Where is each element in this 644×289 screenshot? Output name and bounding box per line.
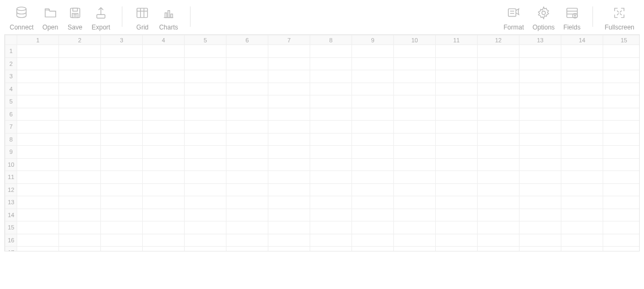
grid-cell[interactable] xyxy=(226,133,268,146)
column-header[interactable]: 1 xyxy=(17,35,59,45)
grid-cell[interactable] xyxy=(185,121,226,134)
grid-cell[interactable] xyxy=(310,121,352,134)
grid-cell[interactable] xyxy=(185,183,226,196)
grid-cell[interactable] xyxy=(519,221,561,234)
row-header[interactable]: 11 xyxy=(5,171,17,184)
grid-cell[interactable] xyxy=(519,209,561,221)
grid-cell[interactable] xyxy=(394,45,436,58)
row-header[interactable]: 6 xyxy=(5,108,17,121)
grid-cell[interactable] xyxy=(603,95,640,108)
grid-cell[interactable] xyxy=(394,234,436,247)
grid-cell[interactable] xyxy=(561,183,603,196)
grid-cell[interactable] xyxy=(436,158,478,171)
grid-cell[interactable] xyxy=(268,95,310,108)
grid-cell[interactable] xyxy=(310,196,352,209)
grid-cell[interactable] xyxy=(352,158,394,171)
grid-cell[interactable] xyxy=(310,247,352,252)
grid-cell[interactable] xyxy=(143,221,185,234)
row-header[interactable]: 2 xyxy=(5,57,17,70)
grid-cell[interactable] xyxy=(143,45,185,58)
grid-cell[interactable] xyxy=(17,171,59,184)
grid-cell[interactable] xyxy=(143,133,185,146)
grid-cell[interactable] xyxy=(226,234,268,247)
grid-cell[interactable] xyxy=(436,146,478,159)
grid-cell[interactable] xyxy=(101,70,143,83)
grid-cell[interactable] xyxy=(185,234,226,247)
grid-cell[interactable] xyxy=(101,121,143,134)
grid-cell[interactable] xyxy=(59,133,101,146)
grid-cell[interactable] xyxy=(603,183,640,196)
column-header[interactable]: 15 xyxy=(603,35,640,45)
grid-cell[interactable] xyxy=(603,121,640,134)
grid-cell[interactable] xyxy=(59,158,101,171)
export-button[interactable]: Export xyxy=(87,5,115,31)
grid-cell[interactable] xyxy=(17,247,59,252)
grid-cell[interactable] xyxy=(394,209,436,221)
column-header[interactable]: 5 xyxy=(185,35,226,45)
grid-cell[interactable] xyxy=(519,57,561,70)
grid-cell[interactable] xyxy=(101,57,143,70)
grid-cell[interactable] xyxy=(310,221,352,234)
grid-cell[interactable] xyxy=(185,146,226,159)
grid-cell[interactable] xyxy=(59,183,101,196)
grid-cell[interactable] xyxy=(268,183,310,196)
grid-cell[interactable] xyxy=(561,121,603,134)
grid-cell[interactable] xyxy=(478,209,519,221)
grid-cell[interactable] xyxy=(185,196,226,209)
grid-cell[interactable] xyxy=(352,221,394,234)
grid-cell[interactable] xyxy=(17,196,59,209)
grid-cell[interactable] xyxy=(436,196,478,209)
grid-cell[interactable] xyxy=(394,133,436,146)
grid-cell[interactable] xyxy=(603,83,640,95)
row-header[interactable]: 15 xyxy=(5,221,17,234)
grid-cell[interactable] xyxy=(101,45,143,58)
row-header[interactable]: 5 xyxy=(5,95,17,108)
grid-cell[interactable] xyxy=(59,209,101,221)
grid-cell[interactable] xyxy=(478,57,519,70)
grid-cell[interactable] xyxy=(17,221,59,234)
grid-cell[interactable] xyxy=(268,57,310,70)
column-header[interactable]: 12 xyxy=(478,35,519,45)
grid-cell[interactable] xyxy=(268,45,310,58)
grid-cell[interactable] xyxy=(185,171,226,184)
grid-cell[interactable] xyxy=(561,83,603,95)
grid-cell[interactable] xyxy=(478,70,519,83)
grid-cell[interactable] xyxy=(59,57,101,70)
grid-cell[interactable] xyxy=(561,133,603,146)
grid-cell[interactable] xyxy=(268,196,310,209)
grid-cell[interactable] xyxy=(310,158,352,171)
grid-cell[interactable] xyxy=(143,95,185,108)
grid-cell[interactable] xyxy=(226,171,268,184)
fullscreen-button[interactable]: Fullscreen xyxy=(601,5,639,31)
grid-cell[interactable] xyxy=(101,83,143,95)
grid-cell[interactable] xyxy=(603,158,640,171)
grid-cell[interactable] xyxy=(101,234,143,247)
grid-cell[interactable] xyxy=(352,45,394,58)
grid-cell[interactable] xyxy=(352,133,394,146)
grid-cell[interactable] xyxy=(603,70,640,83)
grid-cell[interactable] xyxy=(436,221,478,234)
row-header[interactable]: 10 xyxy=(5,158,17,171)
grid-cell[interactable] xyxy=(436,247,478,252)
grid-cell[interactable] xyxy=(310,209,352,221)
grid-cell[interactable] xyxy=(17,70,59,83)
grid-cell[interactable] xyxy=(478,83,519,95)
grid-cell[interactable] xyxy=(226,108,268,121)
row-header[interactable]: 7 xyxy=(5,121,17,134)
grid-cell[interactable] xyxy=(352,234,394,247)
grid-cell[interactable] xyxy=(561,70,603,83)
grid-cell[interactable] xyxy=(268,133,310,146)
grid-cell[interactable] xyxy=(561,57,603,70)
grid-cell[interactable] xyxy=(519,146,561,159)
grid-cell[interactable] xyxy=(185,158,226,171)
grid-cell[interactable] xyxy=(226,196,268,209)
grid-cell[interactable] xyxy=(394,70,436,83)
grid-cell[interactable] xyxy=(519,121,561,134)
grid-cell[interactable] xyxy=(143,83,185,95)
grid-cell[interactable] xyxy=(436,70,478,83)
grid-cell[interactable] xyxy=(478,247,519,252)
grid-cell[interactable] xyxy=(310,146,352,159)
grid-cell[interactable] xyxy=(394,95,436,108)
grid-cell[interactable] xyxy=(185,133,226,146)
grid-cell[interactable] xyxy=(101,183,143,196)
